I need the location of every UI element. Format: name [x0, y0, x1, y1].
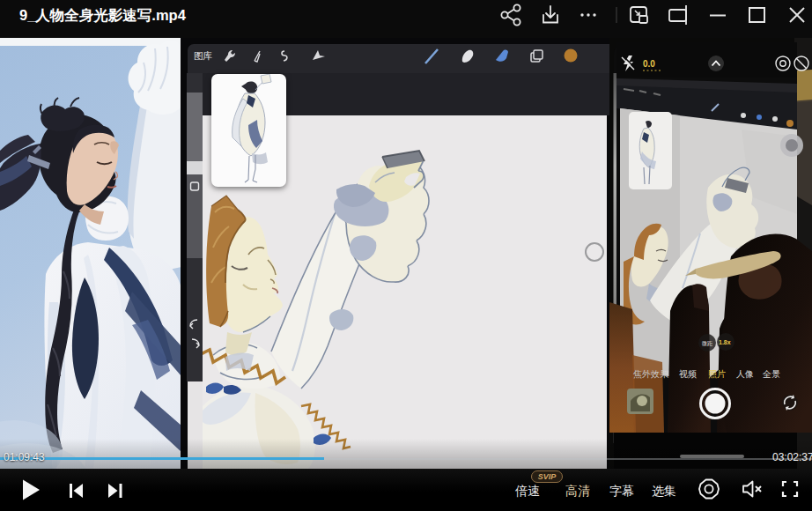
svg-text:0.0: 0.0: [643, 59, 655, 69]
svg-text:1.8x: 1.8x: [719, 339, 731, 345]
svg-text:微距: 微距: [701, 340, 712, 346]
svg-text:视频: 视频: [679, 369, 697, 379]
svg-text:人像: 人像: [736, 369, 754, 379]
svg-text:照片: 照片: [708, 369, 726, 379]
svg-text:焦外效果: 焦外效果: [633, 369, 669, 379]
svg-text:全景: 全景: [762, 369, 780, 379]
